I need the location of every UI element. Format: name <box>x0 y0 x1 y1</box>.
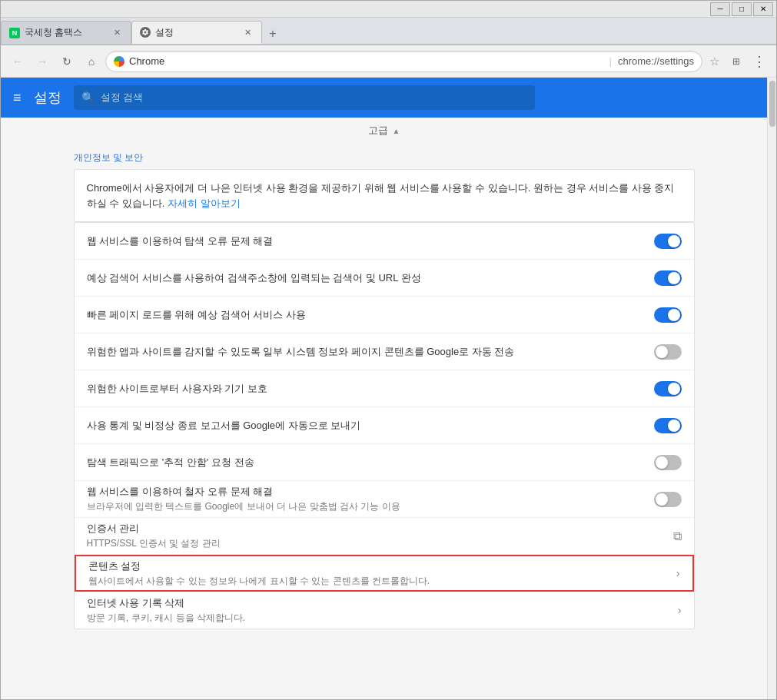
close-button[interactable]: ✕ <box>753 2 773 16</box>
settings-item-safe-browsing: 위험한 앱과 사이트를 감지할 수 있도록 일부 시스템 정보와 페이지 콘텐츠… <box>75 333 694 370</box>
hamburger-button[interactable]: ≡ <box>13 90 22 106</box>
tab-bar: N 국세청 홈택스 ✕ 설정 ✕ + <box>1 18 776 45</box>
toggle-prediction-service[interactable] <box>654 270 682 286</box>
search-icon: 🔍 <box>81 91 95 104</box>
toggle-web-service-search-error[interactable] <box>654 234 682 249</box>
item-title: 인터넷 사용 기록 삭제 <box>87 596 678 610</box>
title-bar: ─ □ ✕ <box>1 1 776 18</box>
item-text: 위험한 앱과 사이트를 감지할 수 있도록 일부 시스템 정보와 페이지 콘텐츠… <box>87 345 654 359</box>
forward-button[interactable]: → <box>32 51 53 72</box>
settings-title-label: 설정 <box>34 88 61 107</box>
settings-item-usage-stats: 사용 통계 및 비정상 종료 보고서를 Google에 자동으로 보내기 <box>75 407 694 444</box>
item-title: 웹 서비스를 이용하여 탐색 오류 문제 해결 <box>87 234 654 248</box>
item-text: 인증서 관리 HTTPS/SSL 인증서 및 설정 관리 <box>87 522 673 550</box>
item-text: 위험한 사이트로부터 사용자와 기기 보호 <box>87 382 654 396</box>
search-bar[interactable]: 🔍 설정 검색 <box>74 85 535 110</box>
arrow-right-icon-2: › <box>678 604 682 616</box>
item-text: 웹 서비스를 이용하여 철자 오류 문제 해결 브라우저에 입력한 텍스트를 G… <box>87 485 654 513</box>
settings-body[interactable]: 고급 ▲ 개인정보 및 보안 Chrome에서 사용자에게 더 나은 인터넷 사… <box>1 118 767 699</box>
address-separator: | <box>609 55 612 67</box>
main-area: ≡ 설정 🔍 설정 검색 고급 ▲ 개인정보 및 보안 <box>1 78 776 699</box>
item-subtitle: HTTPS/SSL 인증서 및 설정 관리 <box>87 537 673 550</box>
item-title: 빠른 페이지 로드를 위해 예상 검색어 서비스 사용 <box>87 308 654 322</box>
item-title: 인증서 관리 <box>87 522 673 536</box>
scrollbar-thumb[interactable] <box>769 81 775 127</box>
item-subtitle: 웹사이트에서 사용할 수 있는 정보와 나에게 표시할 수 있는 콘텐츠를 컨트… <box>88 575 676 588</box>
tab-naver-close[interactable]: ✕ <box>111 27 123 39</box>
settings-item-prefetch: 빠른 페이지 로드를 위해 예상 검색어 서비스 사용 <box>75 297 694 333</box>
scrollbar[interactable] <box>767 78 776 699</box>
toggle-usage-stats[interactable] <box>654 418 682 433</box>
settings-header: ≡ 설정 🔍 설정 검색 <box>1 78 767 118</box>
toggle-protection[interactable] <box>654 381 682 396</box>
item-text: 사용 통계 및 비정상 종료 보고서를 Google에 자동으로 보내기 <box>87 419 654 433</box>
item-title: 위험한 사이트로부터 사용자와 기기 보호 <box>87 382 654 396</box>
home-button[interactable]: ⌂ <box>81 51 102 72</box>
new-tab-button[interactable]: + <box>262 24 284 44</box>
item-title: 콘텐츠 설정 <box>88 559 676 573</box>
toolbar-right: ⊞ ⋮ <box>726 51 770 72</box>
bookmark-button[interactable]: ☆ <box>706 53 722 70</box>
tab-naver[interactable]: N 국세청 홈택스 ✕ <box>1 21 131 44</box>
item-text: 빠른 페이지 로드를 위해 예상 검색어 서비스 사용 <box>87 308 654 322</box>
item-subtitle: 방문 기록, 쿠키, 캐시 등을 삭제합니다. <box>87 612 678 625</box>
toggle-prefetch[interactable] <box>654 307 682 323</box>
tab-settings-close[interactable]: ✕ <box>241 26 254 38</box>
address-url: chrome://settings <box>618 55 694 67</box>
settings-favicon <box>140 27 151 38</box>
reload-button[interactable]: ↻ <box>56 51 78 72</box>
brand-label: Chrome <box>129 55 603 67</box>
site-icon <box>114 56 125 67</box>
collapse-arrow-icon: ▲ <box>393 127 400 135</box>
extensions-button[interactable]: ⊞ <box>726 51 747 72</box>
settings-item-prediction-service: 예상 검색어 서비스를 사용하여 검색주소창에 입력되는 검색어 및 URL 완… <box>75 260 694 297</box>
item-subtitle: 브라우저에 입력한 텍스트를 Google에 보내어 더 나은 맞춤법 검사 기… <box>87 500 654 513</box>
item-title: 사용 통계 및 비정상 종료 보고서를 Google에 자동으로 보내기 <box>87 419 654 433</box>
info-box: Chrome에서 사용자에게 더 나은 인터넷 사용 환경을 제공하기 위해 웹… <box>74 169 695 222</box>
maximize-button[interactable]: □ <box>732 2 752 16</box>
settings-item-spell-check: 웹 서비스를 이용하여 철자 오류 문제 해결 브라우저에 입력한 텍스트를 G… <box>75 481 694 518</box>
external-link-icon: ⧉ <box>673 529 682 543</box>
settings-item-content-settings[interactable]: 콘텐츠 설정 웹사이트에서 사용할 수 있는 정보와 나에게 표시할 수 있는 … <box>75 555 694 592</box>
minimize-button[interactable]: ─ <box>710 2 730 16</box>
item-text: 탐색 트래픽으로 '추적 안함' 요청 전송 <box>87 456 654 469</box>
settings-item-clear-history[interactable]: 인터넷 사용 기록 삭제 방문 기록, 쿠키, 캐시 등을 삭제합니다. › <box>75 592 694 629</box>
item-text: 예상 검색어 서비스를 사용하여 검색주소창에 입력되는 검색어 및 URL 완… <box>87 271 654 285</box>
menu-button[interactable]: ⋮ <box>749 51 770 72</box>
settings-item-certificates[interactable]: 인증서 관리 HTTPS/SSL 인증서 및 설정 관리 ⧉ <box>75 518 694 555</box>
item-title: 위험한 앱과 사이트를 감지할 수 있도록 일부 시스템 정보와 페이지 콘텐츠… <box>87 345 654 359</box>
address-bar: ← → ↻ ⌂ Chrome | chrome://settings ☆ ⊞ ⋮ <box>1 45 776 78</box>
info-link[interactable]: 자세히 알아보기 <box>168 197 241 209</box>
settings-item-do-not-track: 탐색 트래픽으로 '추적 안함' 요청 전송 <box>75 444 694 481</box>
settings-list: 웹 서비스를 이용하여 탐색 오류 문제 해결 예상 검색어 서비스를 사용하여… <box>74 222 695 629</box>
toggle-spell-check[interactable] <box>654 492 682 507</box>
address-input[interactable]: Chrome | chrome://settings <box>105 51 702 72</box>
item-title: 예상 검색어 서비스를 사용하여 검색주소창에 입력되는 검색어 및 URL 완… <box>87 271 654 285</box>
naver-favicon: N <box>9 28 20 38</box>
collapse-label: 고급 <box>368 124 388 138</box>
settings-item-protection: 위험한 사이트로부터 사용자와 기기 보호 <box>75 370 694 407</box>
advanced-collapse[interactable]: 고급 ▲ <box>74 118 695 144</box>
back-button[interactable]: ← <box>7 51 28 72</box>
tab-naver-label: 국세청 홈택스 <box>25 26 82 39</box>
tab-settings[interactable]: 설정 ✕ <box>131 21 262 44</box>
settings-item-web-service-search-error: 웹 서비스를 이용하여 탐색 오류 문제 해결 <box>75 223 694 260</box>
item-text: 인터넷 사용 기록 삭제 방문 기록, 쿠키, 캐시 등을 삭제합니다. <box>87 596 678 625</box>
search-placeholder: 설정 검색 <box>101 91 144 105</box>
window-controls: ─ □ ✕ <box>710 2 773 16</box>
toggle-do-not-track[interactable] <box>654 455 682 470</box>
privacy-section-title: 개인정보 및 보안 <box>74 144 695 169</box>
item-title: 탐색 트래픽으로 '추적 안함' 요청 전송 <box>87 456 654 469</box>
item-text: 콘텐츠 설정 웹사이트에서 사용할 수 있는 정보와 나에게 표시할 수 있는 … <box>88 559 676 588</box>
item-title: 웹 서비스를 이용하여 철자 오류 문제 해결 <box>87 485 654 499</box>
arrow-right-icon: › <box>676 567 680 579</box>
toggle-safe-browsing[interactable] <box>654 344 682 360</box>
settings-content: 고급 ▲ 개인정보 및 보안 Chrome에서 사용자에게 더 나은 인터넷 사… <box>61 118 707 660</box>
item-text: 웹 서비스를 이용하여 탐색 오류 문제 해결 <box>87 234 654 248</box>
tab-settings-label: 설정 <box>155 26 174 39</box>
